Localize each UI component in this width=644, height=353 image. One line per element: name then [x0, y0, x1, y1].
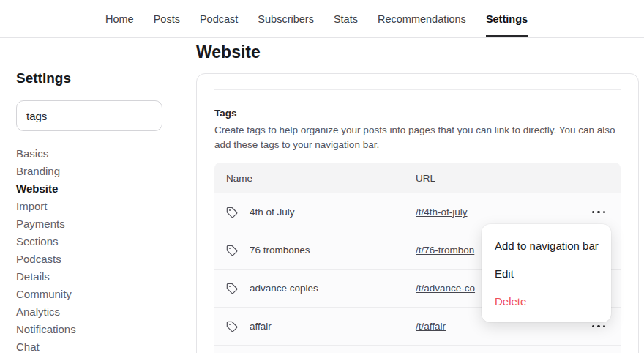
- settings-search-input[interactable]: [16, 100, 162, 131]
- nav-tab-recommendations[interactable]: Recommendations: [378, 0, 466, 37]
- tags-table-header: Name URL: [214, 163, 621, 193]
- tag-url-cell: /t/affair: [416, 321, 583, 332]
- sidebar-item-basics[interactable]: Basics: [16, 145, 179, 163]
- sidebar-item-payments[interactable]: Payments: [16, 215, 179, 233]
- sidebar-item-details[interactable]: Details: [16, 268, 179, 286]
- sidebar-item-sections[interactable]: Sections: [16, 233, 179, 250]
- sidebar-item-website[interactable]: Website: [16, 180, 179, 198]
- nav-tab-subscribers[interactable]: Subscribers: [258, 0, 314, 37]
- nav-tab-settings[interactable]: Settings: [486, 0, 528, 37]
- tag-icon: [226, 283, 238, 294]
- sidebar-item-podcasts[interactable]: Podcasts: [16, 250, 179, 268]
- tag-name-cell: affair: [214, 321, 416, 332]
- tag-icon: [226, 207, 238, 218]
- sidebar-title: Settings: [16, 70, 179, 86]
- table-row: [214, 346, 621, 353]
- nav-tab-podcast[interactable]: Podcast: [200, 0, 238, 37]
- settings-sidebar: Settings Basics Branding Website Import …: [0, 38, 196, 353]
- row-actions: [583, 322, 621, 331]
- sidebar-item-community[interactable]: Community: [16, 286, 179, 303]
- row-actions-menu-button[interactable]: [592, 322, 606, 331]
- tag-url-link[interactable]: /t/4th-of-july: [416, 207, 468, 218]
- tag-url-link[interactable]: /t/76-trombon: [416, 245, 474, 256]
- tag-url-cell: /t/4th-of-july: [416, 207, 583, 218]
- description-text: Create tags to help organize your posts …: [214, 125, 615, 135]
- tag-name-cell: 76 trombones: [214, 245, 416, 256]
- sidebar-item-import[interactable]: Import: [16, 198, 179, 215]
- column-header-name: Name: [214, 173, 416, 184]
- tag-icon: [226, 245, 238, 256]
- nav-tab-home[interactable]: Home: [105, 0, 134, 37]
- tag-name: advance copies: [250, 283, 318, 294]
- sidebar-item-notifications[interactable]: Notifications: [16, 321, 179, 338]
- sidebar-item-analytics[interactable]: Analytics: [16, 303, 179, 321]
- sidebar-item-branding[interactable]: Branding: [16, 163, 179, 180]
- description-period: .: [376, 139, 379, 150]
- sidebar-item-chat[interactable]: Chat: [16, 338, 179, 353]
- sidebar-section-list: Basics Branding Website Import Payments …: [16, 145, 179, 353]
- row-actions-context-menu: Add to navigation bar Edit Delete: [482, 224, 611, 322]
- tag-name: 4th of July: [250, 207, 295, 218]
- row-actions: [583, 208, 621, 217]
- card-section-divider: [214, 89, 621, 90]
- tag-name: affair: [250, 321, 272, 332]
- tag-url-link[interactable]: /t/affair: [416, 321, 446, 332]
- tags-section-title: Tags: [214, 108, 621, 119]
- tag-name-cell: advance copies: [214, 283, 416, 294]
- add-tags-to-navigation-link[interactable]: add these tags to your navigation bar: [214, 139, 376, 150]
- nav-tab-posts[interactable]: Posts: [154, 0, 180, 37]
- nav-tab-stats[interactable]: Stats: [334, 0, 358, 37]
- tag-icon: [226, 321, 238, 332]
- menu-item-delete[interactable]: Delete: [482, 287, 611, 315]
- column-header-url: URL: [416, 173, 621, 184]
- menu-item-edit[interactable]: Edit: [482, 259, 611, 287]
- top-navigation: Home Posts Podcast Subscribers Stats Rec…: [0, 0, 644, 38]
- page-title: Website: [196, 42, 639, 62]
- tags-section-description: Create tags to help organize your posts …: [214, 123, 621, 152]
- tag-url-link[interactable]: /t/advance-co: [416, 283, 475, 294]
- tag-name-cell: 4th of July: [214, 207, 416, 218]
- row-actions-menu-button[interactable]: [592, 208, 606, 217]
- tag-name: 76 trombones: [250, 245, 310, 256]
- menu-item-add-to-navigation-bar[interactable]: Add to navigation bar: [482, 231, 611, 259]
